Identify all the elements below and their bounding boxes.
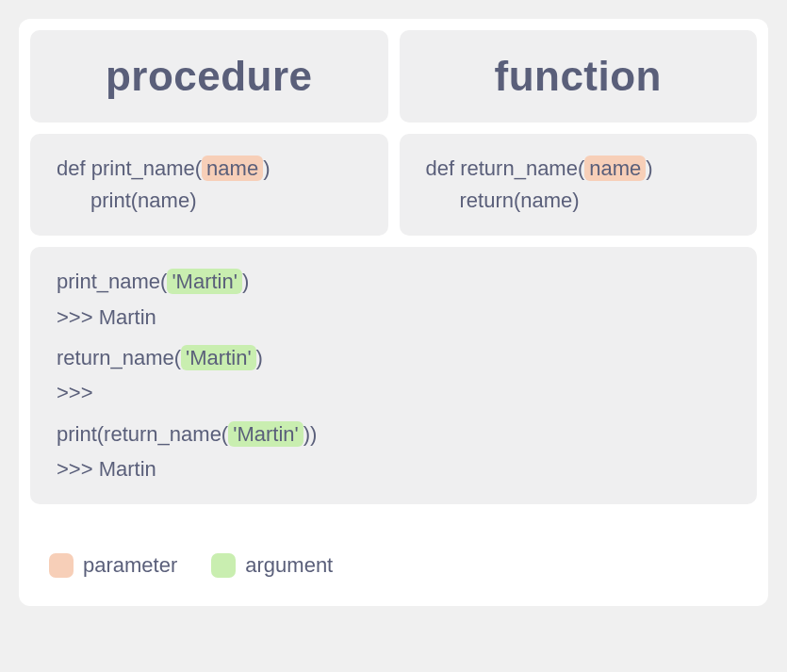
exec-output-2: >>> xyxy=(57,375,730,410)
exec-call-1: print_name('Martin') xyxy=(57,264,730,299)
def-text: def print_name( xyxy=(57,156,202,180)
exec-call-3: print(return_name('Martin')) xyxy=(57,417,730,451)
argument-highlight: 'Martin' xyxy=(228,421,303,447)
argument-swatch xyxy=(211,553,236,578)
def-text-close: ) xyxy=(263,156,270,180)
function-header: function xyxy=(400,30,758,123)
call-text: print_name( xyxy=(57,270,167,293)
argument-legend-label: argument xyxy=(245,553,333,578)
legend: parameter argument xyxy=(30,516,757,595)
call-close: ) xyxy=(256,346,263,369)
function-def-line1: def return_name(name) xyxy=(426,153,731,185)
argument-highlight: 'Martin' xyxy=(181,345,256,370)
procedure-def-line2: print(name) xyxy=(57,185,362,217)
call-close: ) xyxy=(242,270,249,293)
call-close: )) xyxy=(303,422,318,446)
argument-highlight: 'Martin' xyxy=(167,269,242,294)
parameter-highlight: name xyxy=(202,156,263,181)
function-def-line2: return(name) xyxy=(426,185,731,217)
call-text: print(return_name( xyxy=(57,422,228,446)
parameter-legend-label: parameter xyxy=(83,553,177,578)
function-def-panel: def return_name(name) return(name) xyxy=(400,134,758,236)
header-row: procedure function xyxy=(30,30,757,123)
procedure-title: procedure xyxy=(49,53,369,100)
parameter-swatch xyxy=(49,553,74,578)
def-text: def return_name( xyxy=(426,156,585,180)
definition-row: def print_name(name) print(name) def ret… xyxy=(30,134,757,236)
procedure-header: procedure xyxy=(30,30,388,123)
exec-call-2: return_name('Martin') xyxy=(57,340,730,375)
parameter-highlight: name xyxy=(584,156,646,181)
procedure-def-line1: def print_name(name) xyxy=(57,153,362,185)
def-text-close: ) xyxy=(646,156,652,180)
diagram-container: procedure function def print_name(name) … xyxy=(19,19,768,606)
exec-output-1: >>> Martin xyxy=(57,300,730,335)
exec-output-3: >>> Martin xyxy=(57,451,730,486)
procedure-def-panel: def print_name(name) print(name) xyxy=(30,134,388,236)
execution-panel: print_name('Martin') >>> Martin return_n… xyxy=(30,247,757,503)
function-title: function xyxy=(418,53,739,100)
call-text: return_name( xyxy=(57,346,181,369)
